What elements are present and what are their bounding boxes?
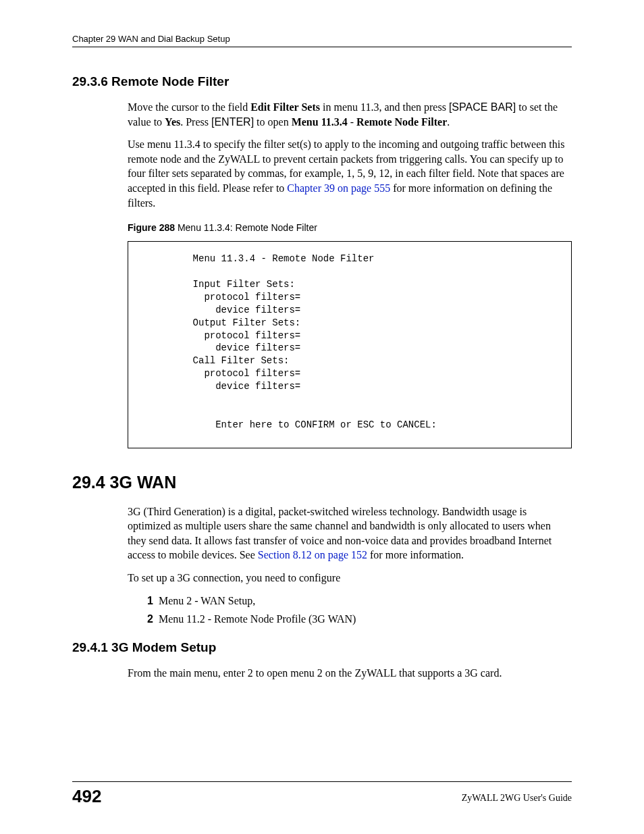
paragraph-294-2: To set up a 3G connection, you need to c… (128, 571, 572, 585)
keycap: [ENTER] (211, 116, 254, 128)
figure-288-caption: Figure 288 Menu 11.3.4: Remote Node Filt… (128, 222, 572, 233)
chapter-line: Chapter 29 WAN and Dial Backup Setup (72, 34, 230, 44)
document-page: Chapter 29 WAN and Dial Backup Setup 29.… (0, 0, 644, 834)
heading-29-4: 29.4 3G WAN (72, 473, 572, 492)
text-bold: Yes (165, 116, 180, 128)
text: . (447, 116, 450, 128)
paragraph-2936-2: Use menu 11.3.4 to specify the filter se… (128, 137, 572, 210)
page-footer: 492 ZyWALL 2WG User's Guide (72, 781, 572, 807)
cross-ref-link[interactable]: Section 8.12 on page 152 (258, 549, 367, 561)
guide-name: ZyWALL 2WG User's Guide (462, 793, 572, 804)
text: Move the cursor to the field (128, 101, 250, 113)
text: for more information. (367, 549, 464, 561)
figure-title: Menu 11.3.4: Remote Node Filter (175, 222, 317, 233)
page-header: Chapter 29 WAN and Dial Backup Setup (72, 34, 572, 47)
text: . Press (180, 116, 211, 128)
figure-label: Figure 288 (128, 222, 175, 233)
text-bold: Remote Node Filter (356, 116, 447, 128)
figure-288-code: Menu 11.3.4 - Remote Node Filter Input F… (128, 241, 572, 448)
step-item: Menu 2 - WAN Setup, (140, 594, 572, 608)
keycap: [SPACE BAR] (449, 101, 516, 113)
cross-ref-link[interactable]: Chapter 39 on page 555 (287, 182, 390, 194)
paragraph-2941-1: From the main menu, enter 2 to open menu… (128, 666, 572, 681)
heading-29-3-6: 29.3.6 Remote Node Filter (72, 74, 572, 89)
text-bold: Edit Filter Sets (250, 101, 320, 113)
text-bold: Menu 11.3.4 (292, 116, 348, 128)
paragraph-294-1: 3G (Third Generation) is a digital, pack… (128, 504, 572, 563)
paragraph-2936-1: Move the cursor to the field Edit Filter… (128, 100, 572, 129)
text: - (348, 116, 356, 128)
step-item: Menu 11.2 - Remote Node Profile (3G WAN) (140, 612, 572, 627)
text: in menu 11.3, and then press (320, 101, 449, 113)
steps-list: Menu 2 - WAN Setup, Menu 11.2 - Remote N… (140, 594, 572, 627)
page-number: 492 (72, 786, 101, 807)
text: to open (254, 116, 292, 128)
heading-29-4-1: 29.4.1 3G Modem Setup (72, 640, 572, 655)
